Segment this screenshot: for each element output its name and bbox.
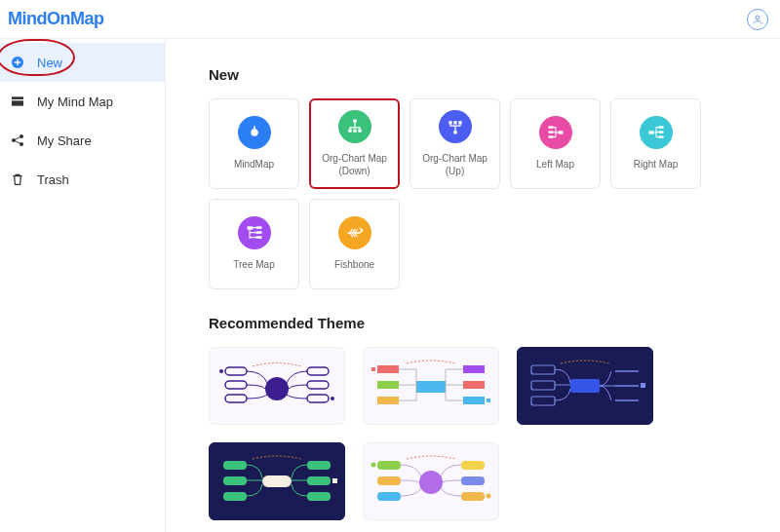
svg-rect-46 (463, 397, 485, 404)
sidebar-item-label: My Mind Map (37, 95, 113, 109)
card-right-map[interactable]: Right Map (610, 98, 701, 189)
svg-rect-50 (531, 381, 555, 390)
svg-rect-56 (262, 475, 292, 487)
svg-rect-11 (348, 130, 351, 133)
svg-rect-54 (641, 383, 645, 388)
card-label: Tree Map (229, 259, 278, 272)
svg-rect-20 (548, 132, 553, 134)
card-tree-map[interactable]: Tree Map (209, 199, 299, 289)
svg-rect-27 (255, 227, 261, 230)
svg-point-5 (20, 134, 23, 138)
theme-dark-green[interactable] (209, 442, 345, 520)
card-mindmap[interactable]: MindMap (209, 98, 299, 189)
svg-rect-19 (548, 127, 553, 130)
svg-rect-17 (458, 121, 461, 124)
svg-rect-18 (558, 132, 563, 134)
themes-grid (209, 347, 780, 520)
plus-circle-icon (10, 55, 25, 70)
theme-preview-icon (368, 447, 494, 515)
svg-rect-12 (353, 130, 356, 133)
svg-point-0 (756, 16, 760, 19)
svg-rect-39 (416, 381, 446, 393)
svg-rect-25 (658, 136, 663, 139)
card-fishbone[interactable]: Fishbone (309, 199, 400, 289)
svg-rect-36 (307, 381, 329, 389)
svg-rect-49 (531, 365, 555, 374)
user-avatar-button[interactable] (747, 9, 768, 30)
svg-rect-60 (307, 461, 331, 470)
svg-rect-23 (658, 127, 663, 130)
card-left-map[interactable]: Left Map (510, 98, 601, 189)
svg-rect-9 (254, 127, 255, 132)
svg-rect-14 (453, 131, 456, 133)
card-label: Right Map (630, 159, 682, 171)
svg-rect-62 (332, 478, 337, 483)
left-map-icon (539, 116, 572, 149)
theme-preview-icon (368, 352, 494, 420)
sidebar-item-label: Trash (37, 172, 69, 187)
svg-rect-68 (377, 492, 401, 501)
folder-icon (10, 94, 25, 109)
sidebar-item-trash[interactable]: Trash (0, 160, 165, 199)
svg-point-38 (331, 397, 334, 400)
svg-rect-2 (12, 96, 23, 99)
svg-rect-33 (225, 381, 247, 389)
svg-rect-65 (377, 461, 401, 470)
theme-preview-icon (214, 352, 340, 420)
svg-rect-42 (377, 381, 399, 389)
org-up-icon (439, 110, 472, 143)
sidebar-item-new[interactable]: New (0, 43, 165, 82)
card-label: Fishbone (331, 259, 378, 272)
svg-rect-16 (453, 121, 456, 124)
svg-rect-41 (371, 367, 375, 371)
svg-point-64 (419, 471, 443, 494)
sidebar-item-label: New (37, 56, 62, 70)
theme-purple-radial[interactable] (209, 347, 345, 425)
card-label: MindMap (230, 159, 278, 171)
card-org-chart-up[interactable]: Org-Chart Map (Up) (410, 98, 500, 189)
themes-section-title: Recommended Theme (209, 315, 780, 331)
theme-preview-icon (214, 447, 340, 515)
svg-point-6 (20, 142, 23, 146)
svg-rect-51 (531, 397, 555, 405)
app-header: MindOnMap (0, 0, 780, 39)
svg-rect-24 (658, 132, 663, 134)
right-map-icon (640, 116, 673, 149)
mindmap-icon (238, 116, 271, 149)
svg-rect-13 (358, 130, 361, 133)
org-down-icon (338, 110, 371, 143)
svg-rect-43 (377, 397, 399, 404)
svg-rect-40 (377, 365, 399, 373)
tree-map-icon (238, 216, 271, 249)
sidebar-item-label: My Share (37, 133, 92, 148)
svg-rect-71 (461, 492, 485, 501)
sidebar: New My Mind Map My Share Trash (0, 39, 166, 532)
theme-pastel-radial[interactable] (363, 442, 499, 520)
svg-point-30 (265, 377, 289, 400)
card-org-chart-down[interactable]: Org-Chart Map (Down) (309, 98, 400, 189)
theme-dark-navy[interactable] (517, 347, 653, 425)
main-panel: New MindMap Org-Chart Map (Down) Org-Cha… (166, 39, 780, 532)
new-section-title: New (209, 66, 780, 83)
theme-rainbow-blocks[interactable] (363, 347, 499, 425)
svg-rect-47 (487, 399, 490, 402)
app-layout: New My Mind Map My Share Trash New (0, 39, 780, 532)
svg-rect-3 (12, 100, 23, 105)
svg-rect-28 (255, 232, 261, 235)
logo-text: indOnMap (22, 9, 104, 28)
svg-rect-59 (223, 492, 247, 501)
svg-rect-57 (223, 461, 247, 470)
fishbone-icon (338, 216, 371, 249)
svg-rect-35 (307, 367, 329, 375)
svg-rect-44 (463, 365, 485, 373)
svg-point-4 (12, 138, 16, 142)
svg-rect-67 (377, 476, 401, 485)
sidebar-item-my-share[interactable]: My Share (0, 121, 165, 160)
svg-rect-21 (548, 136, 553, 139)
theme-preview-icon (522, 352, 648, 420)
svg-rect-69 (461, 461, 485, 470)
app-logo: MindOnMap (8, 9, 104, 29)
svg-point-32 (219, 369, 223, 373)
sidebar-item-my-mind-map[interactable]: My Mind Map (0, 82, 165, 121)
svg-rect-37 (307, 395, 329, 402)
